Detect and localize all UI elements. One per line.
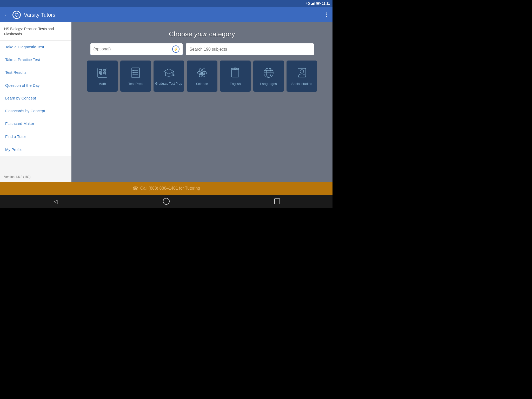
svg-point-42	[300, 70, 304, 73]
svg-rect-11	[103, 71, 104, 72]
call-banner[interactable]: ☎ Call (888) 888–1401 for Tutoring	[0, 182, 332, 195]
sidebar-item-take-practice[interactable]: Take a Practice Test	[0, 53, 71, 66]
category-card-graduate-test-prep[interactable]: Graduate Test Prep	[154, 61, 184, 92]
bottom-nav: ◁	[0, 195, 332, 208]
svg-rect-33	[232, 68, 239, 77]
sidebar-item-take-diagnostic[interactable]: Take a Diagnostic Test	[0, 41, 71, 53]
svg-point-28	[173, 75, 174, 76]
filter-input[interactable]	[94, 47, 170, 51]
atom-icon	[196, 66, 209, 79]
sidebar-header: HS Biology: Practice Tests and Flashcard…	[0, 22, 71, 41]
sidebar-section-learn: Question of the Day Learn by Concept Fla…	[0, 79, 71, 130]
app-logo	[12, 11, 21, 19]
globe-icon	[262, 66, 275, 79]
sidebar-context-title: HS Biology: Practice Tests and Flashcard…	[4, 27, 54, 36]
sidebar-item-question-of-day[interactable]: Question of the Day	[0, 79, 71, 92]
category-card-science[interactable]: Science	[187, 61, 217, 92]
home-nav-button[interactable]	[161, 196, 171, 207]
status-icons: 4G 11:21	[306, 2, 330, 5]
home-circle-icon	[163, 198, 170, 205]
science-label: Science	[196, 82, 208, 86]
svg-rect-15	[103, 72, 104, 74]
svg-rect-6	[317, 3, 320, 5]
status-bar: 4G 11:21	[0, 0, 332, 7]
categories-row: Math Test Prep	[85, 61, 319, 92]
call-banner-text: Call (888) 888–1401 for Tutoring	[140, 186, 200, 191]
back-nav-button[interactable]: ◁	[50, 196, 61, 207]
filter-icon[interactable]: ⚡	[172, 45, 179, 53]
svg-rect-0	[311, 4, 312, 5]
sidebar-item-flashcards-by-concept[interactable]: Flashcards by Concept	[0, 104, 71, 117]
social-studies-label: Social studies	[291, 82, 312, 86]
phone-icon: ☎	[132, 185, 138, 191]
recent-nav-button[interactable]	[272, 196, 282, 207]
more-options-button[interactable]	[325, 11, 328, 18]
svg-rect-12	[105, 71, 106, 72]
person-book-icon	[295, 66, 308, 79]
graduation-icon	[162, 66, 175, 79]
math-label: Math	[98, 82, 106, 86]
sidebar-section-profile: My Profile	[0, 143, 71, 156]
sidebar-item-find-tutor[interactable]: Find a Tutor	[0, 130, 71, 143]
category-card-languages[interactable]: Languages	[253, 61, 284, 92]
sidebar-item-my-profile[interactable]: My Profile	[0, 143, 71, 156]
category-card-math[interactable]: Math	[87, 61, 118, 92]
svg-point-29	[201, 72, 203, 74]
filter-input-wrap: ⚡	[90, 43, 183, 55]
sidebar-item-test-results[interactable]: Test Results	[0, 66, 71, 79]
svg-rect-10	[105, 69, 106, 70]
sidebar-item-flashcard-maker[interactable]: Flashcard Maker	[0, 117, 71, 130]
sidebar-section-tests: Take a Diagnostic Test Take a Practice T…	[0, 41, 71, 79]
sidebar-section-tutor: Find a Tutor	[0, 130, 71, 143]
time-display: 11:21	[322, 2, 330, 5]
svg-rect-3	[314, 2, 315, 5]
app-title: Varsity Tutors	[24, 12, 322, 18]
signal-icon	[311, 2, 315, 5]
main-layout: HS Biology: Practice Tests and Flashcard…	[0, 22, 332, 182]
svg-rect-17	[99, 74, 100, 75]
calculator-icon	[96, 66, 109, 79]
checklist-icon	[129, 66, 142, 79]
battery-icon	[316, 2, 321, 5]
svg-rect-1	[312, 3, 313, 5]
svg-rect-2	[313, 3, 314, 5]
sidebar: HS Biology: Practice Tests and Flashcard…	[0, 22, 71, 182]
book-icon	[229, 66, 242, 79]
search-input-wrap	[186, 43, 314, 55]
svg-rect-19	[103, 74, 106, 75]
page-title: Choose your category	[169, 30, 235, 38]
search-row: ⚡	[90, 43, 314, 55]
category-card-social-studies[interactable]: Social studies	[287, 61, 317, 92]
app-bar: ← Varsity Tutors	[0, 7, 332, 22]
category-card-test-prep[interactable]: Test Prep	[120, 61, 151, 92]
svg-rect-8	[99, 69, 102, 71]
search-input[interactable]	[189, 47, 310, 52]
svg-rect-35	[234, 68, 236, 69]
network-indicator: 4G	[306, 2, 310, 5]
graduate-test-prep-label: Graduate Test Prep	[155, 82, 182, 86]
sidebar-item-learn-by-concept[interactable]: Learn by Concept	[0, 92, 71, 104]
svg-rect-16	[105, 72, 106, 74]
recent-square-icon	[274, 198, 280, 204]
svg-rect-5	[320, 3, 321, 4]
test-prep-label: Test Prep	[128, 82, 143, 86]
version-text: Version 1.6.8 (180)	[0, 172, 71, 182]
languages-label: Languages	[260, 82, 277, 86]
english-label: English	[230, 82, 241, 86]
content-area: Choose your category ⚡	[71, 22, 332, 182]
back-button[interactable]: ←	[4, 12, 9, 18]
category-card-english[interactable]: English	[220, 61, 251, 92]
svg-rect-18	[101, 74, 102, 75]
svg-rect-9	[103, 69, 104, 70]
